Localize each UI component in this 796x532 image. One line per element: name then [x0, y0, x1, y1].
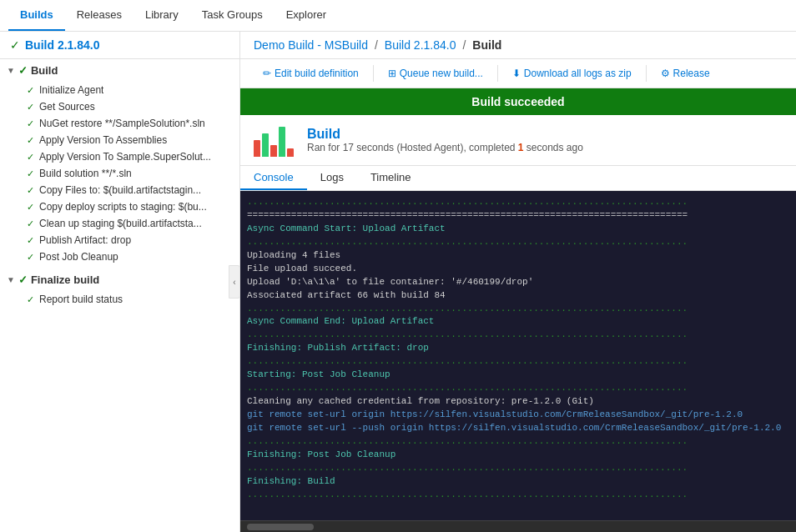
toolbar-divider: [373, 65, 374, 82]
console-line: ........................................…: [247, 329, 789, 342]
nav-explorer[interactable]: Explorer: [275, 0, 338, 31]
horizontal-scrollbar[interactable]: [247, 524, 314, 530]
build-group-items: ✓Initialize Agent ✓Get Sources ✓NuGet re…: [0, 82, 239, 265]
main-layout: ✓ Build 2.1.84.0 ▼ ✓ Build ✓Initialize A…: [0, 32, 796, 532]
toolbar-divider2: [497, 65, 498, 82]
list-item[interactable]: ✓Clean up staging $(build.artifactsta...: [0, 215, 239, 232]
nav-library[interactable]: Library: [134, 0, 190, 31]
bar-4: [279, 127, 285, 157]
list-item[interactable]: ✓Copy Files to: $(build.artifactstagin..…: [0, 182, 239, 198]
item-check: ✓: [27, 218, 34, 229]
finalize-group: ▼ ✓ Finalize build ✓Report build status: [0, 269, 239, 308]
edit-build-definition-button[interactable]: ✏ Edit build definition: [254, 63, 368, 83]
item-check: ✓: [27, 118, 34, 129]
release-icon: ⚙: [661, 68, 670, 79]
bar-5: [287, 148, 294, 157]
download-label: Download all logs as zip: [524, 68, 632, 79]
top-nav: Builds Releases Library Task Groups Expl…: [0, 0, 796, 32]
breadcrumb: Demo Build - MSBuild / Build 2.1.84.0 / …: [240, 32, 796, 59]
finalize-group-header[interactable]: ▼ ✓ Finalize build: [0, 269, 239, 291]
console-line: Cleaning any cached credential from repo…: [247, 395, 789, 409]
bar-2: [262, 133, 269, 157]
console-line: Starting: Post Job Cleanup: [247, 369, 789, 382]
download-icon: ⬇: [512, 68, 521, 79]
console-line: ........................................…: [247, 303, 789, 316]
build-group: ▼ ✓ Build ✓Initialize Agent ✓Get Sources…: [0, 59, 239, 265]
build-name[interactable]: Build: [307, 127, 583, 142]
item-check: ✓: [27, 252, 34, 263]
item-check: ✓: [27, 168, 34, 179]
console-line: git remote set-url origin https://silfen…: [247, 409, 789, 422]
queue-label: Queue new build...: [400, 68, 483, 79]
tab-logs[interactable]: Logs: [307, 166, 357, 190]
console-line: Uploading 4 files: [247, 249, 789, 263]
console-line: git remote set-url --push origin https:/…: [247, 422, 789, 435]
tab-timeline[interactable]: Timeline: [357, 166, 425, 190]
breadcrumb-current: Build: [472, 38, 501, 52]
build-group-header[interactable]: ▼ ✓ Build: [0, 59, 239, 82]
build-meta-prefix: Ran for 17 seconds (Hosted Agent), compl…: [307, 142, 518, 153]
list-item[interactable]: ✓Copy deploy scripts to staging: $(bu...: [0, 198, 239, 215]
check-icon: ✓: [10, 38, 20, 52]
list-item[interactable]: ✓Initialize Agent: [0, 82, 239, 98]
group-check-icon: ✓: [18, 274, 28, 286]
bar-1: [254, 140, 260, 157]
breadcrumb-sep1: /: [375, 38, 378, 52]
build-bar-chart: [254, 123, 294, 157]
queue-new-build-button[interactable]: ⊞ Queue new build...: [379, 63, 492, 83]
console-line: Finishing: Post Job Cleanup: [247, 449, 789, 462]
console-line: Finishing: Publish Artifact: drop: [247, 342, 789, 355]
release-button[interactable]: ⚙ Release: [652, 63, 719, 83]
sidebar-collapse-handle[interactable]: ‹: [229, 265, 240, 299]
content-tabs: Console Logs Timeline: [240, 166, 796, 191]
item-check: ✓: [27, 102, 34, 113]
console-line: ........................................…: [247, 382, 789, 395]
pencil-icon: ✏: [263, 68, 271, 79]
list-item[interactable]: ✓Apply Version To Assemblies: [0, 132, 239, 148]
list-item[interactable]: ✓Publish Artifact: drop: [0, 232, 239, 248]
item-check: ✓: [27, 294, 34, 305]
item-check: ✓: [27, 85, 34, 96]
edit-label: Edit build definition: [275, 68, 359, 79]
console-line: ........................................…: [247, 196, 789, 209]
sidebar: ✓ Build 2.1.84.0 ▼ ✓ Build ✓Initialize A…: [0, 32, 240, 532]
console-line: Async Command Start: Upload Artifact: [247, 223, 789, 236]
build-link[interactable]: ✓ Build 2.1.84.0: [0, 32, 239, 59]
build-summary: Build Ran for 17 seconds (Hosted Agent),…: [240, 115, 796, 166]
expand-icon: ▼: [7, 66, 15, 75]
nav-releases[interactable]: Releases: [65, 0, 134, 31]
list-item[interactable]: ✓Apply Version To Sample.SuperSolut...: [0, 148, 239, 165]
tab-console[interactable]: Console: [240, 166, 307, 190]
list-item[interactable]: ✓Report build status: [0, 291, 239, 308]
download-logs-button[interactable]: ⬇ Download all logs as zip: [503, 63, 641, 83]
right-content: Demo Build - MSBuild / Build 2.1.84.0 / …: [240, 32, 796, 532]
finalize-group-items: ✓Report build status: [0, 291, 239, 308]
build-meta-suffix: seconds ago: [524, 142, 583, 153]
list-item[interactable]: ✓Post Job Cleanup: [0, 248, 239, 265]
nav-builds[interactable]: Builds: [8, 0, 65, 31]
console-line: ........................................…: [247, 236, 789, 249]
console-area[interactable]: ........................................…: [240, 191, 796, 520]
list-item[interactable]: ✓Build solution **/*.sln: [0, 165, 239, 182]
item-check: ✓: [27, 235, 34, 246]
list-item[interactable]: ✓NuGet restore **/SampleSolution*.sln: [0, 115, 239, 132]
item-check: ✓: [27, 135, 34, 146]
breadcrumb-build-version[interactable]: Build 2.1.84.0: [385, 38, 456, 52]
console-line: ........................................…: [247, 489, 789, 502]
build-info: Build Ran for 17 seconds (Hosted Agent),…: [307, 127, 583, 153]
toolbar-divider3: [646, 65, 647, 82]
build-link-label[interactable]: Build 2.1.84.0: [25, 38, 99, 52]
group-label: Build: [31, 64, 58, 77]
breadcrumb-demo-build[interactable]: Demo Build - MSBuild: [254, 38, 368, 52]
queue-icon: ⊞: [388, 68, 396, 79]
console-scrollbar-bar[interactable]: [240, 520, 796, 532]
console-line: Finishing: Build: [247, 475, 789, 489]
list-item[interactable]: ✓Get Sources: [0, 98, 239, 115]
nav-task-groups[interactable]: Task Groups: [190, 0, 275, 31]
bar-3: [270, 145, 277, 157]
item-check: ✓: [27, 152, 34, 163]
expand-icon: ▼: [7, 275, 15, 284]
console-line: Async Command End: Upload Artifact: [247, 315, 789, 329]
console-line: Associated artifact 66 with build 84: [247, 289, 789, 303]
group-check-icon: ✓: [18, 64, 28, 77]
